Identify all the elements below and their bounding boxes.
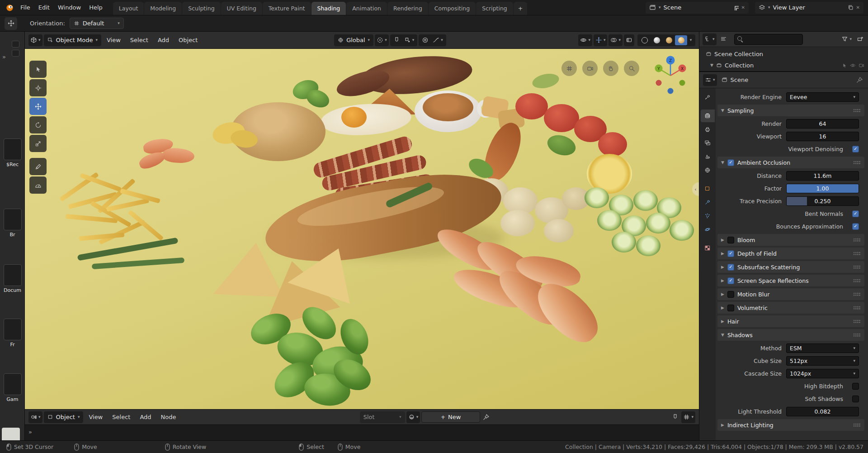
overlays-dropdown[interactable]: ▾ [609,34,623,46]
viewport-canvas[interactable]: Z Y X ‹ [25,49,699,409]
add-workspace-button[interactable]: + [514,2,527,15]
panel-grip-icon[interactable] [853,265,861,269]
light-threshold-field[interactable]: 0.082 [786,407,859,416]
properties-tab-texture[interactable] [701,242,715,254]
tab-uv-editing[interactable]: UV Editing [221,2,262,15]
file-item[interactable]: $Rec [2,138,23,167]
view-layer-selector[interactable]: ▾ View Layer ✕ [755,2,863,14]
properties-tab-view-layer[interactable] [701,137,715,149]
file-item[interactable]: Fr [2,319,23,348]
node-snap-icon[interactable] [670,412,680,423]
shader-type-dropdown[interactable]: Object ▾ [44,411,84,423]
menu-object[interactable]: Object [175,35,202,45]
proportional-edit-toggle[interactable] [420,35,430,46]
new-view-layer-icon[interactable] [848,5,854,10]
navigation-gizmo[interactable]: Z Y X [649,54,692,97]
shading-material-button[interactable] [663,35,675,45]
ortho-grid-icon[interactable] [561,61,577,76]
blender-logo-icon[interactable] [3,0,16,15]
mode-dropdown[interactable]: Object Mode ▾ [44,34,101,46]
panel-subsurface-scattering[interactable]: ▶ ✓ Subsurface Scattering [717,261,864,273]
menu-edit[interactable]: Edit [34,0,54,15]
ao-trace-precision-slider[interactable]: 0.250 [786,196,859,206]
screen-space-reflections-checkbox[interactable]: ✓ [727,277,734,284]
volumetric-checkbox[interactable]: ✓ [727,305,734,311]
panel-grip-icon[interactable] [853,252,861,256]
file-item[interactable]: Gam [2,373,23,402]
panel-grip-icon[interactable] [853,238,861,242]
scene-selector[interactable]: ▾ Scene ✕ [646,2,749,14]
shading-wireframe-button[interactable] [638,35,651,45]
browse-material-dropdown[interactable]: ▾ [406,411,420,423]
tab-shading[interactable]: Shading [311,2,346,15]
disable-render-camera-icon[interactable] [859,62,864,68]
file-item[interactable]: Br [2,209,23,238]
sampling-viewport-field[interactable]: 16 [786,132,859,141]
outliner-search-input[interactable] [745,36,800,43]
editor-type-button[interactable]: ▾ [28,411,42,423]
slot-dropdown[interactable]: Slot ▾ [360,411,405,423]
measure-tool[interactable] [29,176,47,194]
panel-grip-icon[interactable] [853,109,861,113]
menu-view[interactable]: View [85,412,107,422]
cursor-tool[interactable] [29,79,47,96]
properties-tab-physics[interactable] [701,223,715,236]
panel-grip-icon[interactable] [853,333,861,337]
expand-region-icon[interactable]: » [28,429,32,435]
scale-tool[interactable] [29,135,47,152]
bounces-approximation-checkbox[interactable]: ✓ [852,223,859,230]
cube-size-dropdown[interactable]: 512px▾ [786,356,859,366]
subsurface-scattering-checkbox[interactable]: ✓ [727,264,734,271]
file-item[interactable]: Docum [2,264,23,293]
panel-grip-icon[interactable] [853,279,861,283]
tab-texture-paint[interactable]: Texture Paint [263,2,311,15]
pin-icon[interactable] [481,412,491,423]
editor-type-button[interactable]: ▾ [703,74,717,86]
panel-ambient-occlusion[interactable]: ▼ ✓ Ambient Occlusion [717,157,864,168]
high-bitdepth-checkbox[interactable]: ✓ [852,383,859,390]
sidebar-collapse-arrow[interactable]: ‹ [692,182,699,196]
outliner-search[interactable] [734,34,803,45]
editor-type-button[interactable]: ▾ [28,34,42,46]
properties-tab-render[interactable] [701,110,715,122]
panel-grip-icon[interactable] [853,319,861,324]
panel-sampling[interactable]: ▼ Sampling [717,105,864,116]
panel-hair[interactable]: ▶ Hair [717,315,864,327]
tab-layout[interactable]: Layout [113,2,144,15]
unlink-scene-icon[interactable]: ✕ [741,5,745,10]
menu-node[interactable]: Node [157,412,180,422]
gizmos-dropdown[interactable]: ▾ [594,34,608,46]
tab-rendering[interactable]: Rendering [387,2,428,15]
properties-tab-world[interactable] [701,164,715,176]
node-overlay-dropdown[interactable]: ▾ [681,411,695,423]
panel-volumetric[interactable]: ▶ ✓ Volumetric [717,302,864,314]
menu-select[interactable]: Select [126,35,152,45]
zoom-icon[interactable] [624,61,639,76]
sampling-render-field[interactable]: 64 [786,119,859,129]
tab-animation[interactable]: Animation [346,2,387,15]
depth-of-field-checkbox[interactable]: ✓ [727,250,734,257]
motion-blur-checkbox[interactable]: ✓ [727,291,734,298]
properties-tab-output[interactable] [701,123,715,136]
bent-normals-checkbox[interactable]: ✓ [852,210,859,217]
render-engine-dropdown[interactable]: Eevee▾ [786,92,859,102]
selectable-icon[interactable] [842,63,847,68]
select-box-tool[interactable] [29,61,47,78]
xray-toggle[interactable] [624,34,634,46]
properties-tab-modifiers[interactable] [701,196,715,209]
expand-region-icon[interactable]: » [2,53,6,60]
move-tool[interactable] [29,98,47,115]
tab-scripting[interactable]: Scripting [476,2,513,15]
remove-view-layer-icon[interactable]: ✕ [856,5,860,10]
bloom-checkbox[interactable]: ✓ [727,237,734,243]
panel-grip-icon[interactable] [853,161,861,165]
tab-compositing[interactable]: Compositing [429,2,476,15]
panel-bloom[interactable]: ▶ ✓ Bloom [717,234,864,246]
shading-solid-button[interactable] [651,35,663,45]
proportional-falloff-dropdown[interactable]: ▾ [431,35,444,46]
outliner-row-collection[interactable]: ▼ Collection [699,60,868,71]
camera-view-icon[interactable] [582,61,598,76]
rotate-tool[interactable] [29,116,47,134]
tab-sculpting[interactable]: Sculpting [182,2,220,15]
ambient-occlusion-checkbox[interactable]: ✓ [727,159,734,166]
